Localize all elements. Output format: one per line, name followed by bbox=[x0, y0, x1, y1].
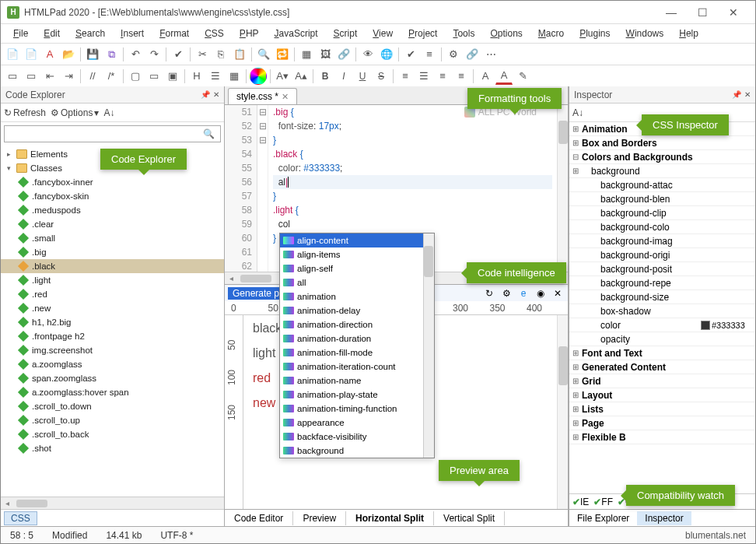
replace-icon[interactable]: 🔁 bbox=[274, 46, 291, 63]
menu-view[interactable]: View bbox=[366, 26, 399, 40]
inspector-row[interactable]: background-posit bbox=[569, 262, 755, 276]
align-center-icon[interactable]: ☰ bbox=[415, 68, 432, 85]
spellcheck-icon[interactable]: ✔ bbox=[170, 46, 187, 63]
tree-item[interactable]: a.zoomglass:hover span bbox=[1, 385, 224, 399]
menu-search[interactable]: Search bbox=[69, 26, 111, 40]
inspector-sort-button[interactable]: A↓ bbox=[572, 107, 583, 118]
inspector-row[interactable]: ⊞Font and Text bbox=[569, 346, 755, 360]
tree-item[interactable]: h1, h2.big bbox=[1, 315, 224, 329]
inspector-row[interactable]: ⊞Layout bbox=[569, 388, 755, 402]
paste-icon[interactable]: 📋 bbox=[231, 46, 248, 63]
strike-icon[interactable]: S bbox=[373, 68, 390, 85]
view-tab-horizontal-split[interactable]: Horizontal Split bbox=[346, 511, 434, 525]
tree-item[interactable]: .big bbox=[1, 245, 224, 259]
menu-css[interactable]: CSS bbox=[198, 26, 230, 40]
image-icon[interactable]: 🖼 bbox=[317, 46, 334, 63]
menu-plugins[interactable]: Plugins bbox=[573, 26, 616, 40]
tree-item[interactable]: .red bbox=[1, 287, 224, 301]
heading-icon[interactable]: H bbox=[188, 68, 205, 85]
autocomplete-item[interactable]: background bbox=[280, 444, 434, 458]
tree-item[interactable]: .fancybox-skin bbox=[1, 189, 224, 203]
panel2-icon[interactable]: ▭ bbox=[23, 68, 40, 85]
menu-windows[interactable]: Windows bbox=[620, 26, 670, 40]
color-picker-icon[interactable] bbox=[250, 68, 267, 85]
inspector-row[interactable]: ⊞Box and Borders bbox=[569, 136, 755, 150]
autocomplete-item[interactable]: animation bbox=[280, 290, 434, 304]
open-icon[interactable]: 📂 bbox=[60, 46, 77, 63]
tree-item[interactable]: .new bbox=[1, 301, 224, 315]
browser-icon[interactable]: 🌐 bbox=[378, 46, 395, 63]
tree-item[interactable]: .frontpage h2 bbox=[1, 329, 224, 343]
autocomplete-item[interactable]: all bbox=[280, 276, 434, 290]
css-tab[interactable]: CSS bbox=[4, 511, 37, 525]
cut-icon[interactable]: ✂ bbox=[194, 46, 211, 63]
inspector-row[interactable]: ⊞background bbox=[569, 164, 755, 178]
inspector-row[interactable]: ⊞Generated Content bbox=[569, 360, 755, 374]
autocomplete-item[interactable]: animation-play-state bbox=[280, 388, 434, 402]
inspector-row[interactable]: box-shadow bbox=[569, 304, 755, 318]
menu-php[interactable]: PHP bbox=[233, 26, 265, 40]
autocomplete-item[interactable]: animation-timing-function bbox=[280, 402, 434, 416]
autocomplete-item[interactable]: align-content bbox=[280, 233, 434, 247]
menu-options[interactable]: Options bbox=[484, 26, 528, 40]
right-tab-file-explorer[interactable]: File Explorer bbox=[569, 511, 637, 525]
autocomplete-item[interactable]: animation-fill-mode bbox=[280, 346, 434, 360]
highlight-icon[interactable]: ✎ bbox=[514, 68, 531, 85]
inline-icon[interactable]: ▭ bbox=[145, 68, 163, 85]
table2-icon[interactable]: ▦ bbox=[226, 68, 243, 85]
minimize-button[interactable]: — bbox=[656, 4, 687, 21]
tree-item[interactable]: .shot bbox=[1, 441, 224, 455]
indent-icon[interactable]: ⇥ bbox=[60, 68, 77, 85]
tab-close-icon[interactable]: ✕ bbox=[282, 92, 289, 102]
preview-ie-icon[interactable]: e bbox=[516, 286, 530, 300]
uncomment-icon[interactable]: /* bbox=[103, 68, 120, 85]
maximize-button[interactable]: ☐ bbox=[687, 4, 718, 21]
options-button[interactable]: ⚙ Options ▾ bbox=[51, 107, 99, 118]
autocomplete-item[interactable]: animation-duration bbox=[280, 332, 434, 346]
autocomplete-item[interactable]: align-items bbox=[280, 247, 434, 261]
misc-tool-icon[interactable]: ⋯ bbox=[482, 46, 499, 63]
menu-edit[interactable]: Edit bbox=[37, 26, 66, 40]
tree-item[interactable]: .clear bbox=[1, 217, 224, 231]
code-vscroll[interactable] bbox=[557, 105, 568, 272]
redo-icon[interactable]: ↷ bbox=[145, 46, 163, 63]
menu-project[interactable]: Project bbox=[402, 26, 443, 40]
refresh-button[interactable]: ↻ Refresh bbox=[4, 107, 46, 118]
autocomplete-item[interactable]: backface-visibility bbox=[280, 430, 434, 444]
inspector-row[interactable]: ⊟Colors and Backgrounds bbox=[569, 150, 755, 164]
search-input[interactable] bbox=[4, 125, 221, 142]
inspector-row[interactable]: background-blen bbox=[569, 192, 755, 206]
link-icon[interactable]: 🔗 bbox=[335, 46, 352, 63]
file-tab[interactable]: style.css * ✕ bbox=[228, 88, 297, 104]
inspector-row[interactable]: background-clip bbox=[569, 206, 755, 220]
tree-item[interactable]: .small bbox=[1, 231, 224, 245]
autocomplete-item[interactable]: animation-iteration-count bbox=[280, 360, 434, 374]
menu-macro[interactable]: Macro bbox=[532, 26, 570, 40]
autocomplete-popup[interactable]: align-contentalign-itemsalign-selfallani… bbox=[279, 233, 435, 458]
menu-tools[interactable]: Tools bbox=[446, 26, 481, 40]
autocomplete-item[interactable]: animation-delay bbox=[280, 304, 434, 318]
right-tab-inspector[interactable]: Inspector bbox=[637, 511, 691, 525]
menu-help[interactable]: Help bbox=[673, 26, 705, 40]
font-inc-icon[interactable]: A▴ bbox=[292, 68, 310, 85]
inspector-row[interactable]: color#333333 bbox=[569, 318, 755, 332]
align-right-icon[interactable]: ≡ bbox=[434, 68, 451, 85]
menu-insert[interactable]: Insert bbox=[114, 26, 150, 40]
list-icon[interactable]: ☰ bbox=[207, 68, 224, 85]
inspector-row[interactable]: opacity bbox=[569, 332, 755, 346]
inspector-row[interactable]: background-imag bbox=[569, 234, 755, 248]
menu-file[interactable]: File bbox=[7, 26, 34, 40]
text-color-icon[interactable]: A bbox=[477, 68, 494, 85]
save-icon[interactable]: 💾 bbox=[84, 46, 101, 63]
comment-icon[interactable]: // bbox=[84, 68, 101, 85]
tree-item[interactable]: .meduspods bbox=[1, 203, 224, 217]
view-tab-preview[interactable]: Preview bbox=[293, 511, 346, 525]
tree-item[interactable]: .scroll_to.down bbox=[1, 399, 224, 413]
inspector-row[interactable]: background-origi bbox=[569, 248, 755, 262]
undo-icon[interactable]: ↶ bbox=[127, 46, 144, 63]
tree-item[interactable]: .scroll_to.up bbox=[1, 413, 224, 427]
align-justify-icon[interactable]: ≡ bbox=[453, 68, 470, 85]
outdent-icon[interactable]: ⇤ bbox=[41, 68, 58, 85]
tree-item[interactable]: .black bbox=[1, 259, 224, 273]
menu-script[interactable]: Script bbox=[327, 26, 364, 40]
